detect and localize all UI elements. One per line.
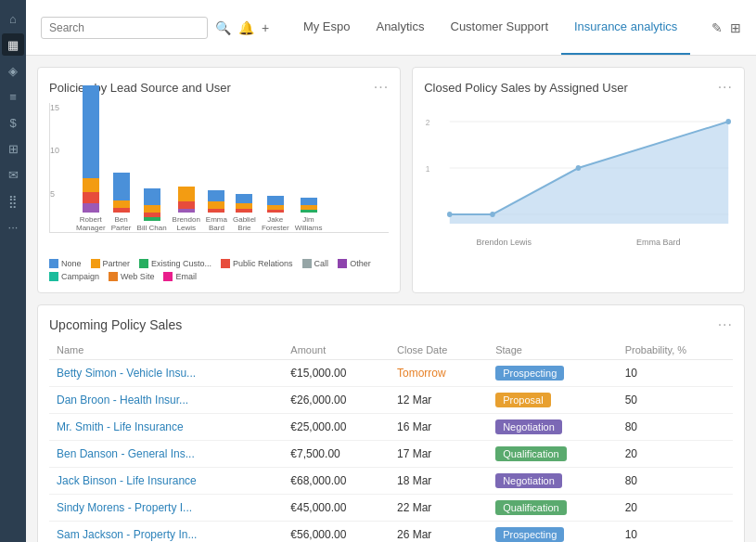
upcoming-sales-table: Name Amount Close Date Stage Probability…	[49, 341, 733, 542]
stage-badge: Qualification	[495, 500, 567, 515]
row-date-6: 26 Mar	[390, 522, 488, 543]
row-date-4: 18 Mar	[390, 468, 488, 495]
bar-seg	[178, 187, 195, 201]
table-row: Sam Jackson - Property In...€56,000.0026…	[49, 522, 733, 543]
table-row: Mr. Smith - Life Insurance€25,000.0016 M…	[49, 414, 733, 441]
page-content: Policies by Lead Source and User ··· 15 …	[26, 56, 756, 542]
stage-badge: Proposal	[495, 393, 550, 407]
bar-seg	[301, 198, 317, 205]
nav-customer-support[interactable]: Customer Support	[438, 0, 562, 55]
policy-sales-table-card: Upcoming Policy Sales ··· Name Amount Cl…	[37, 304, 745, 542]
row-prob-0: 10	[618, 360, 733, 387]
bar-label-billchan: Bill Chan	[137, 224, 167, 232]
x-label-emma: Emma Bard	[636, 238, 681, 247]
line-chart-header: Closed Policy Sales by Assigned User ···	[424, 79, 733, 96]
sidebar-home-icon[interactable]: ⌂	[2, 7, 24, 30]
sidebar-grid-icon[interactable]: ▦	[2, 33, 24, 56]
row-stage-1: Proposal	[488, 387, 618, 414]
search-area: 🔍 🔔 +	[41, 17, 269, 39]
sidebar-mail-icon[interactable]: ✉	[2, 163, 24, 186]
line-chart-menu[interactable]: ···	[718, 79, 733, 96]
stage-badge: Qualification	[495, 446, 567, 461]
row-name-0[interactable]: Betty Simon - Vehicle Insu...	[49, 360, 283, 387]
row-stage-6: Prospecting	[488, 522, 618, 543]
sidebar-list-icon[interactable]: ≡	[2, 85, 24, 108]
row-prob-3: 20	[618, 441, 733, 468]
table-title: Upcoming Policy Sales	[49, 317, 182, 332]
bar-label-gabliel: GablielBrie	[233, 215, 256, 232]
row-name-6[interactable]: Sam Jackson - Property In...	[49, 522, 283, 543]
bar-chart-menu[interactable]: ···	[374, 79, 389, 96]
bar-seg	[83, 203, 99, 213]
line-chart-svg: 2 1	[424, 103, 733, 233]
x-axis-labels: Brendon Lewis Emma Bard	[424, 238, 733, 247]
nav-myespo[interactable]: My Espo	[290, 0, 364, 55]
legend-pr: Public Relations	[221, 259, 293, 268]
charts-row: Policies by Lead Source and User ··· 15 …	[37, 67, 745, 293]
row-name-5[interactable]: Sindy Morens - Property I...	[49, 495, 283, 522]
legend-email: Email	[163, 272, 197, 281]
sidebar-tag-icon[interactable]: ◈	[2, 59, 24, 82]
y-axis: 15 10 5	[50, 103, 59, 232]
bar-label-robert: RobertManager	[76, 215, 106, 232]
sidebar-dollar-icon[interactable]: $	[2, 111, 24, 134]
col-amount: Amount	[283, 341, 390, 360]
row-date-1: 12 Mar	[390, 387, 488, 414]
sidebar-briefcase-icon[interactable]: ⊞	[2, 137, 24, 160]
svg-point-6	[447, 212, 453, 217]
bar-seg	[178, 201, 195, 209]
row-name-2[interactable]: Mr. Smith - Life Insurance	[49, 414, 283, 441]
row-prob-2: 80	[618, 414, 733, 441]
row-amount-2: €25,000.00	[283, 414, 390, 441]
edit-icon[interactable]: ✎	[711, 20, 723, 35]
bar-seg	[208, 201, 224, 209]
bar-seg	[113, 200, 130, 208]
row-prob-5: 20	[618, 495, 733, 522]
row-amount-5: €45,000.00	[283, 495, 390, 522]
plus-icon[interactable]: +	[262, 20, 269, 35]
bar-seg	[83, 178, 99, 192]
bar-chart-legend: None Partner Existing Custo... Public Re…	[49, 259, 389, 281]
x-label-brendon: Brendon Lewis	[477, 238, 532, 247]
legend-partner: Partner	[91, 259, 131, 268]
nav-insurance-analytics[interactable]: Insurance analytics	[561, 0, 690, 55]
main-area: 🔍 🔔 + My Espo Analytics Customer Support…	[26, 0, 756, 542]
row-amount-4: €68,000.00	[283, 468, 390, 495]
top-nav: My Espo Analytics Customer Support Insur…	[290, 0, 690, 55]
row-name-1[interactable]: Dan Broon - Health Insur...	[49, 387, 283, 414]
bar-label-emma: EmmaBard	[206, 215, 227, 232]
svg-text:1: 1	[426, 164, 430, 174]
svg-point-7	[490, 212, 495, 217]
line-chart-card: Closed Policy Sales by Assigned User ···…	[412, 67, 745, 293]
table-row: Dan Broon - Health Insur...€26,000.0012 …	[49, 387, 733, 414]
sidebar-chart-icon[interactable]: ⣿	[2, 189, 24, 212]
bar-seg	[301, 210, 317, 213]
add-tab-icon[interactable]: ⊞	[730, 20, 741, 35]
bar-group-brendon: BrendonLewis	[173, 187, 200, 232]
sidebar-more-icon[interactable]: ···	[2, 215, 24, 238]
search-input[interactable]	[41, 17, 208, 39]
col-date: Close Date	[390, 341, 488, 360]
row-stage-2: Negotiation	[488, 414, 618, 441]
bar-label-jake: JakeForester	[262, 215, 289, 232]
row-stage-4: Negotiation	[488, 468, 618, 495]
row-prob-1: 50	[618, 387, 733, 414]
bar-group-robert: RobertManager	[76, 85, 106, 232]
row-name-3[interactable]: Ben Danson - General Ins...	[49, 441, 283, 468]
table-menu[interactable]: ···	[718, 316, 733, 333]
search-icon[interactable]: 🔍	[215, 20, 231, 35]
row-stage-0: Prospecting	[488, 360, 618, 387]
table-row: Sindy Morens - Property I...€45,000.0022…	[49, 495, 733, 522]
nav-analytics[interactable]: Analytics	[363, 0, 437, 55]
bell-icon[interactable]: 🔔	[238, 20, 254, 35]
svg-point-8	[576, 165, 582, 171]
svg-text:2: 2	[426, 118, 430, 127]
bar-seg	[267, 210, 284, 213]
legend-website: Web Site	[109, 272, 154, 281]
row-name-4[interactable]: Jack Binson - Life Insurance	[49, 468, 283, 495]
bar-seg	[208, 190, 224, 201]
row-date-2: 16 Mar	[390, 414, 488, 441]
bar-chart-inner: 15 10 5	[49, 103, 389, 233]
bar-seg	[113, 208, 130, 213]
topbar-right-actions: ✎ ⊞	[711, 20, 741, 35]
